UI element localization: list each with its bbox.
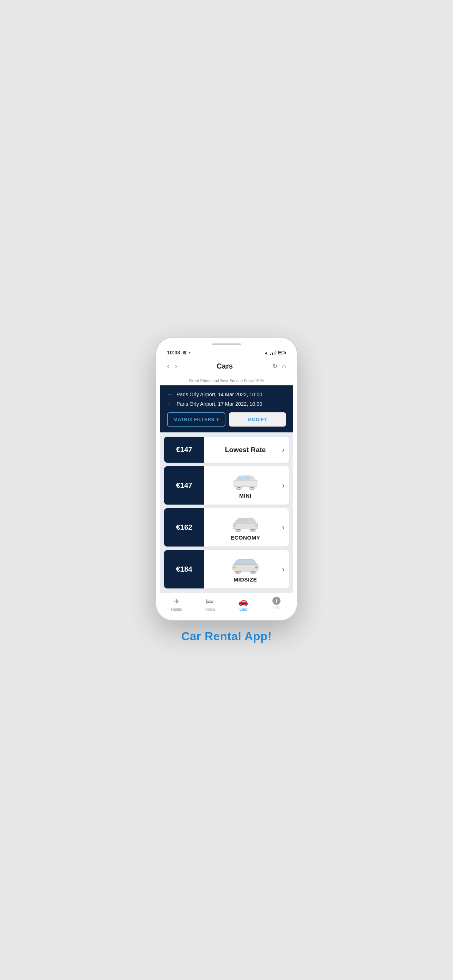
return-text: Paris Orly Airport, 17 Mar 2022, 10:00 [177,401,262,407]
svg-rect-13 [243,519,248,522]
promo-text: Great Prices and Best Service Since 1994 [189,379,264,383]
battery-status-icon: ▪ [189,350,191,355]
status-time: 10:08 [167,350,180,355]
svg-rect-24 [233,566,236,568]
mini-price: €147 [164,466,204,504]
status-right: ▲ [264,350,286,355]
economy-label-wrap: ECONOMY [209,514,282,541]
notch-pill [212,344,241,345]
notch [160,341,293,346]
return-row: ← Paris Orly Airport, 17 Mar 2022, 10:00 [167,401,286,407]
page-title: Cars [182,362,268,371]
svg-rect-21 [236,560,242,563]
lowest-rate-price: €147 [164,437,204,463]
pickup-text: Paris Orly Airport, 14 Mar 2022, 10:00 [177,391,262,398]
hotels-icon: 🛏 [206,597,214,606]
forward-button[interactable]: › [174,361,179,372]
lowest-rate-label-wrap: Lowest Rate [209,446,282,454]
nav-actions: ↻ ⌂ [271,361,287,372]
mini-car-image [231,472,260,490]
gear-icon: ⚙ [182,350,187,355]
tab-info[interactable]: i Info [266,597,287,611]
phone-frame: 10:08 ⚙ ▪ ▲ ‹ [155,337,298,621]
flights-label: Flights [171,608,182,611]
midsize-car-label: MIDSIZE [233,576,257,582]
return-arrow: ← [167,401,173,407]
car-list: €147 Lowest Rate › €147 [160,433,293,593]
svg-rect-25 [255,566,258,568]
svg-rect-4 [234,480,257,487]
phone-screen: 10:08 ⚙ ▪ ▲ ‹ [160,341,293,617]
svg-rect-23 [250,561,254,564]
svg-rect-5 [238,477,243,480]
svg-rect-12 [237,519,242,522]
midsize-car-image [231,556,260,574]
lowest-rate-card[interactable]: €147 Lowest Rate › [164,437,289,463]
status-bar: 10:08 ⚙ ▪ ▲ [160,346,293,358]
midsize-car-chevron: › [282,565,284,573]
svg-rect-6 [244,477,250,480]
refresh-button[interactable]: ↻ [271,361,279,372]
mini-car-card[interactable]: €147 [164,466,289,504]
svg-rect-14 [233,525,236,527]
app-tagline: Car Rental App! [181,630,272,643]
tab-cars[interactable]: 🚗 Cars [232,597,254,611]
mini-car-info: MINI › [204,466,289,504]
economy-car-label: ECONOMY [231,535,260,541]
battery-icon [278,351,286,355]
economy-car-card[interactable]: €162 [164,508,289,547]
back-button[interactable]: ‹ [166,361,171,372]
economy-car-image [231,514,260,532]
info-label: Info [274,606,280,610]
wifi-icon: ▲ [264,350,268,355]
lowest-rate-chevron: › [282,445,284,454]
info-icon: i [273,597,281,605]
economy-car-info: ECONOMY › [204,508,289,547]
modify-button[interactable]: MODIFY [229,412,286,426]
cars-label: Cars [239,608,247,611]
lowest-rate-label: Lowest Rate [225,446,266,454]
midsize-price: €184 [164,550,204,589]
matrix-filters-button[interactable]: MATRIX FILTERS ▾ [167,412,225,426]
promo-banner: Great Prices and Best Service Since 1994 [160,376,293,385]
midsize-label-wrap: MIDSIZE [209,556,282,582]
svg-rect-22 [243,560,248,563]
nav-bar: ‹ › Cars ↻ ⌂ [160,358,293,376]
search-buttons: MATRIX FILTERS ▾ MODIFY [167,412,286,426]
status-left: 10:08 ⚙ ▪ [167,350,190,355]
hotels-label: Hotels [205,608,215,611]
tab-hotels[interactable]: 🛏 Hotels [199,597,221,611]
tab-flights[interactable]: ✈ Flights [166,597,187,611]
flights-icon: ✈ [173,597,180,606]
svg-rect-15 [255,525,258,527]
svg-rect-20 [233,565,258,571]
midsize-car-card[interactable]: €184 [164,550,289,589]
lowest-rate-info: Lowest Rate › [204,437,289,463]
search-header: → Paris Orly Airport, 14 Mar 2022, 10:00… [160,385,293,433]
mini-label-wrap: MINI [209,472,282,499]
home-button[interactable]: ⌂ [281,361,287,372]
signal-icon [270,350,276,355]
mini-car-label: MINI [239,493,252,499]
midsize-car-info: MIDSIZE › [204,550,289,589]
economy-car-chevron: › [282,523,284,531]
tab-bar: ✈ Flights 🛏 Hotels 🚗 Cars i Info [160,593,293,617]
svg-rect-11 [233,523,258,529]
mini-car-chevron: › [282,481,284,490]
economy-price: €162 [164,508,204,547]
pickup-arrow: → [167,391,173,398]
pickup-row: → Paris Orly Airport, 14 Mar 2022, 10:00 [167,391,286,398]
cars-icon: 🚗 [238,597,248,606]
